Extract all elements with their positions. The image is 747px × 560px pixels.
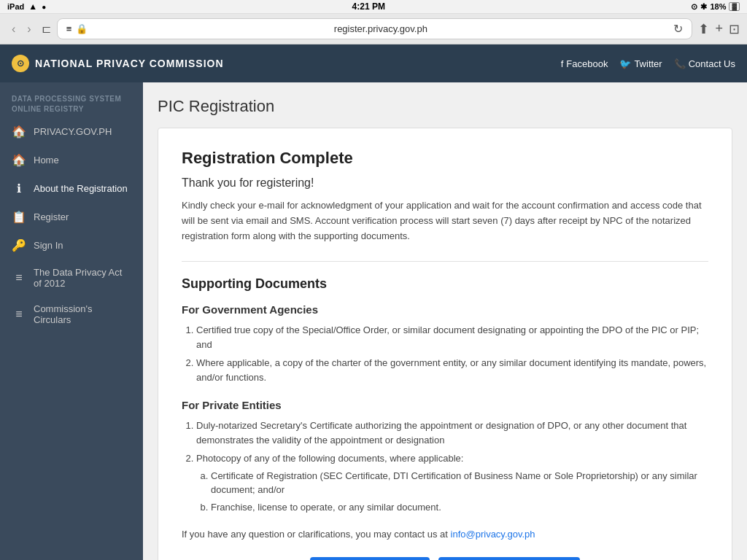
forward-button[interactable]: › [23,21,35,37]
supporting-docs-title: Supporting Documents [182,276,708,292]
sidebar-item-about[interactable]: ℹ About the Registration [0,174,143,203]
contact-email-link[interactable]: info@privacy.gov.ph [451,529,535,540]
sidebar-item-label: PRIVACY.GOV.PH [34,126,112,137]
sidebar-item-home[interactable]: 🏠 Home [0,146,143,174]
site-header: ⊙ NATIONAL PRIVACY COMMISSION f Facebook… [0,44,747,82]
site-title: NATIONAL PRIVACY COMMISSION [35,58,224,69]
bluetooth-icon: ✱ [700,2,707,12]
signal-icon: ● [42,3,46,11]
card-heading: Registration Complete [182,149,708,168]
phone-icon: 📞 [674,58,686,69]
browser-action-buttons: ⬆ + ⊡ [698,21,740,37]
sidebar-item-label: Register [34,211,69,222]
screen-rotation-icon: ⊙ [691,2,697,12]
home-icon-privacy: 🏠 [12,125,26,139]
sidebar-item-label: Commission's Circulars [34,303,131,325]
bookmark-button[interactable]: ⊏ [42,22,51,36]
header-nav: f Facebook 🐦 Twitter 📞 Contact Us [561,58,735,69]
sidebar-item-circulars[interactable]: ≡ Commission's Circulars [0,296,143,332]
main-layout: DATA PROCESSING SYSTEM ONLINE REGISTRY 🏠… [0,82,747,560]
gov-agencies-title: For Government Agencies [182,303,708,316]
ipad-label: iPad [7,2,24,11]
contact-label: Contact Us [689,58,735,69]
private-subitem-a: Certificate of Registration (SEC Certifi… [211,469,708,497]
ipad-status-bar: iPad ▲ ● 4:21 PM ⊙ ✱ 18% ▓ [0,0,747,14]
sidebar-system-label: DATA PROCESSING SYSTEM ONLINE REGISTRY [0,88,143,117]
url-bar[interactable]: ≡ 🔒 register.privacy.gov.ph ↻ [57,18,693,39]
facebook-icon: f [561,58,564,69]
contact-text: If you have any question or clarificatio… [182,529,708,540]
twitter-label: Twitter [634,58,662,69]
reload-button[interactable]: ↻ [673,22,683,36]
sidebar-item-signin[interactable]: 🔑 Sign In [0,231,143,260]
page-title: PIC Registration [158,97,732,116]
private-doc-item-1: Duly-notarized Secretary's Certificate a… [196,419,708,447]
sidebar-item-register[interactable]: 📋 Register [0,203,143,231]
private-doc-list: Duly-notarized Secretary's Certificate a… [196,419,708,514]
wifi-icon: ▲ [28,1,37,12]
registration-card: Registration Complete Thank you for regi… [158,128,732,560]
register-icon: 📋 [12,210,26,224]
browser-bar: ‹ › ⊏ ≡ 🔒 register.privacy.gov.ph ↻ ⬆ + … [0,14,747,44]
private-subitem-b: Franchise, license to operate, or any si… [211,500,708,515]
battery-percent: 18% [710,2,726,11]
logo-icon: ⊙ [12,55,29,72]
url-text: register.privacy.gov.ph [92,23,669,34]
tabs-button[interactable]: ⊡ [729,21,740,37]
ipad-right-status: ⊙ ✱ 18% ▓ [691,2,740,12]
sidebar-item-dataprivacy[interactable]: ≡ The Data Privacy Act of 2012 [0,260,143,296]
battery-icon: ▓ [729,2,740,11]
lock-icon: 🔒 [76,23,88,34]
private-doc-item-2: Photocopy of any of the following docume… [196,451,708,514]
info-icon: ℹ [12,182,26,195]
home-icon: 🏠 [12,153,26,167]
signin-icon: 🔑 [12,238,26,252]
intro-text: Kindly check your e-mail for acknowledgm… [182,198,708,244]
private-sublist: Certificate of Registration (SEC Certifi… [211,469,708,515]
sidebar-item-label: Sign In [34,240,63,251]
sidebar-item-label: The Data Privacy Act of 2012 [34,267,131,289]
list-icon-circulars: ≡ [12,308,26,321]
sidebar: DATA PROCESSING SYSTEM ONLINE REGISTRY 🏠… [0,82,143,560]
divider [182,261,708,262]
sidebar-item-privacy[interactable]: 🏠 PRIVACY.GOV.PH [0,117,143,146]
back-button[interactable]: ‹ [7,21,20,37]
back-to-home-button[interactable]: Back to Home Page [310,557,430,560]
facebook-label: Facebook [566,58,608,69]
sidebar-item-label: About the Registration [34,183,128,194]
twitter-link[interactable]: 🐦 Twitter [619,58,662,69]
hamburger-icon: ≡ [66,23,72,34]
download-pdf-button[interactable]: Download and Print PDF [438,557,580,560]
gov-doc-item-2: Where applicable, a copy of the charter … [196,356,708,384]
ipad-left-status: iPad ▲ ● [7,1,46,12]
gov-doc-item-1: Certified true copy of the Special/Offic… [196,323,708,351]
share-button[interactable]: ⬆ [698,21,709,37]
contact-prefix: If you have any question or clarificatio… [182,529,451,540]
private-entities-title: For Private Entities [182,399,708,411]
ipad-time: 4:21 PM [352,1,385,12]
gov-doc-list: Certified true copy of the Special/Offic… [196,323,708,384]
twitter-icon: 🐦 [619,58,631,69]
site-logo: ⊙ NATIONAL PRIVACY COMMISSION [12,55,224,72]
thank-you-text: Thank you for registering! [182,176,708,190]
contact-link[interactable]: 📞 Contact Us [674,58,735,69]
sidebar-item-label: Home [34,155,59,166]
facebook-link[interactable]: f Facebook [561,58,608,69]
browser-nav-buttons: ‹ › [7,21,36,37]
action-buttons: Back to Home Page Download and Print PDF [182,557,708,560]
new-tab-button[interactable]: + [715,21,723,37]
content-area: PIC Registration Registration Complete T… [143,82,747,560]
list-icon-dataprivacy: ≡ [12,271,26,284]
